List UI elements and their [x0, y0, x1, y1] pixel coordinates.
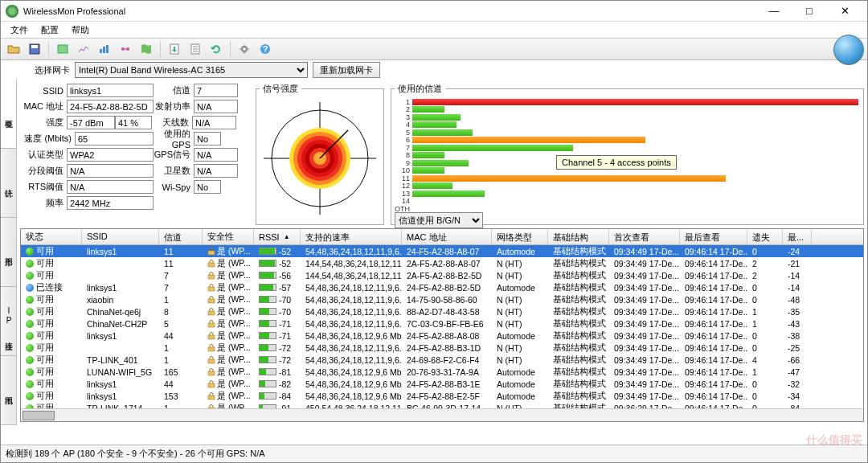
table-row[interactable]: 可用11是 (WP...-52144,54,48,36,24,18,12,11.…	[21, 257, 863, 269]
rts-field[interactable]	[67, 180, 154, 194]
status-dot-icon	[26, 356, 34, 364]
status-dot-icon	[26, 260, 34, 268]
str-label: 强度	[20, 117, 67, 129]
map-icon[interactable]	[137, 40, 156, 58]
globe-icon	[833, 35, 864, 65]
svg-rect-34	[208, 371, 215, 375]
status-dot-icon	[26, 380, 34, 388]
summary-icon[interactable]	[53, 40, 72, 58]
table-row[interactable]: 已连接linksys17是 (WP...-5754,48,36,24,18,12…	[21, 281, 863, 293]
gpss-label: GPS信号	[154, 149, 194, 161]
svg-rect-1	[31, 45, 38, 48]
svg-rect-27	[208, 287, 215, 291]
refresh-icon[interactable]	[207, 40, 226, 58]
vtab-summary[interactable]: 概要	[1, 80, 16, 149]
col-infra[interactable]: 基础结构	[548, 229, 609, 244]
status-dot-icon	[26, 296, 34, 304]
auth-field[interactable]	[67, 148, 154, 162]
adapter-select[interactable]: Intel(R) Dual Band Wireless-AC 3165	[75, 62, 308, 78]
scrollbar-thumb[interactable]	[23, 411, 55, 420]
export-icon[interactable]	[165, 40, 184, 58]
chan-field[interactable]	[194, 84, 238, 97]
table-row[interactable]: 可用TP-LINK_4011是 (WP...-7254,48,36,24,18,…	[21, 354, 863, 366]
channels-title: 使用的信道	[395, 83, 445, 95]
table-row[interactable]: 可用LUNAN-WIFI_5G165是 (WP...-8154,48,36,24…	[21, 366, 863, 378]
menu-bar: 文件 配置 帮助	[1, 22, 867, 38]
svg-point-6	[121, 47, 125, 51]
str-field[interactable]	[67, 116, 115, 129]
graph-icon[interactable]	[95, 40, 114, 58]
table-row[interactable]: 可用linksys1153是 (WP...-8454,48,36,24,18,1…	[21, 390, 863, 402]
ant-label: 天线数	[152, 117, 192, 129]
connections-icon[interactable]	[116, 40, 135, 58]
grid-body[interactable]: 可用linksys111是 (WP...-5254,48,36,24,18,12…	[21, 245, 863, 408]
status-dot-icon	[26, 308, 34, 316]
freq-field[interactable]	[67, 196, 154, 210]
vtab-ip[interactable]: IP 连接	[1, 287, 16, 356]
ssid-field[interactable]	[67, 84, 154, 97]
svg-text:?: ?	[263, 44, 268, 54]
col-mac[interactable]: MAC 地址	[402, 229, 492, 244]
vtab-stats[interactable]: 统计	[1, 149, 16, 218]
frag-label: 分段阈值	[20, 165, 67, 177]
col-chan[interactable]: 信道	[159, 229, 203, 244]
open-icon[interactable]	[4, 40, 23, 58]
menu-file[interactable]: 文件	[4, 23, 35, 38]
table-row[interactable]: 可用xiaobin1是 (WP...-7054,48,36,24,18,12,1…	[21, 293, 863, 305]
col-rssi[interactable]: RSSI▲	[254, 229, 301, 244]
vtab-map[interactable]: 地图	[1, 356, 16, 425]
svg-rect-29	[208, 311, 215, 315]
stats-icon[interactable]	[74, 40, 93, 58]
svg-rect-33	[208, 359, 215, 363]
sat-field[interactable]	[194, 164, 238, 178]
save-icon[interactable]	[25, 40, 44, 58]
auth-label: 认证类型	[20, 149, 67, 161]
table-row[interactable]: 可用linksys144是 (WP...-7154,48,36,24,18,12…	[21, 330, 863, 342]
table-row[interactable]: 可用TP-LINK_17141是 (WP...-91450,54,48,36,2…	[21, 402, 863, 408]
svg-rect-31	[208, 335, 215, 339]
col-last[interactable]: 最后查看	[680, 229, 747, 244]
table-row[interactable]: 可用7是 (WP...-56144,54,48,36,24,18,12,11..…	[21, 269, 863, 281]
table-row[interactable]: 可用linksys111是 (WP...-5254,48,36,24,18,12…	[21, 245, 863, 257]
title-bar: WirelessMon Professional — □ ✕	[1, 1, 867, 22]
grid-header: 状态 SSID 信道 安全性 RSSI▲ 支持的速率 MAC 地址 网络类型 基…	[21, 229, 863, 245]
horizontal-scrollbar[interactable]	[21, 408, 863, 421]
settings-icon[interactable]	[235, 40, 254, 58]
col-max[interactable]: 最...	[783, 229, 812, 244]
table-row[interactable]: 可用ChinaNet-qe6j8是 (WP...-7054,48,36,24,1…	[21, 305, 863, 318]
col-first[interactable]: 首次查看	[609, 229, 680, 244]
pct-field[interactable]	[115, 116, 152, 129]
gpss-field[interactable]	[194, 148, 238, 162]
spd-field[interactable]	[75, 132, 154, 145]
vtab-graph[interactable]: 图形	[1, 218, 16, 287]
status-dot-icon	[26, 248, 34, 256]
menu-config[interactable]: 配置	[35, 23, 65, 38]
table-row[interactable]: 可用1是 (WP...-7254,48,36,24,18,12,11,9,6..…	[21, 342, 863, 354]
frag-field[interactable]	[67, 164, 154, 178]
gpsu-label: 使用的GPS	[154, 128, 194, 150]
connection-info: SSID信道 MAC 地址发射功率 强度天线数 速度 (Mbits)使用的GPS…	[20, 83, 249, 225]
svg-rect-35	[208, 383, 215, 387]
table-row[interactable]: 可用ChinaNet-CH2P5是 (WP...-7154,48,36,24,1…	[21, 318, 863, 330]
table-row[interactable]: 可用linksys144是 (WP...-8254,48,36,24,18,12…	[21, 378, 863, 390]
col-sec[interactable]: 安全性	[203, 229, 254, 244]
col-ssid[interactable]: SSID	[82, 229, 159, 244]
minimize-button[interactable]: —	[756, 2, 792, 21]
mac-field[interactable]	[67, 100, 154, 113]
col-lost[interactable]: 遗失	[747, 229, 783, 244]
col-net[interactable]: 网络类型	[492, 229, 548, 244]
ant-field[interactable]	[192, 116, 236, 129]
txp-field[interactable]	[194, 100, 238, 113]
menu-help[interactable]: 帮助	[65, 23, 96, 38]
reload-adapter-button[interactable]: 重新加载网卡	[313, 62, 380, 78]
log-icon[interactable]	[186, 40, 205, 58]
gpsu-field[interactable]	[194, 132, 221, 145]
col-rate[interactable]: 支持的速率	[301, 229, 402, 244]
help-icon[interactable]: ?	[256, 40, 275, 58]
col-status[interactable]: 状态	[21, 229, 82, 244]
close-button[interactable]: ✕	[827, 2, 862, 21]
channel-mode-select[interactable]: 信道使用 B/G/N	[395, 212, 483, 228]
toolbar: ?	[1, 38, 867, 60]
maximize-button[interactable]: □	[792, 2, 827, 21]
wispy-field[interactable]	[194, 180, 221, 194]
